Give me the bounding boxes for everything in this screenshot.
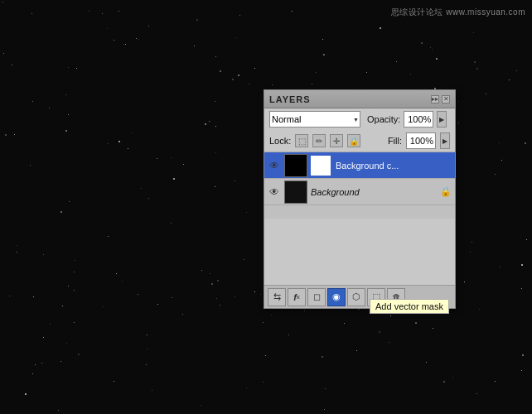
link-icon: ⇆ xyxy=(273,291,281,302)
fill-input[interactable] xyxy=(406,132,436,149)
layers-empty-area xyxy=(264,219,455,285)
blend-mode-wrapper: Normal xyxy=(269,111,360,128)
layer-row-bg-copy[interactable]: 👁 Background c... xyxy=(264,152,455,179)
fill-label: Fill: xyxy=(388,136,402,146)
watermark: 思综设计论坛 www.missyuan.com xyxy=(391,7,525,18)
panel-collapse-btn[interactable]: ▸▸ xyxy=(431,95,439,104)
lock-image-icon[interactable]: ✏ xyxy=(312,134,326,147)
create-adjustment-btn[interactable]: ⬡ xyxy=(347,288,365,306)
lock-position-icon[interactable]: ✛ xyxy=(330,134,343,147)
add-vector-mask-tooltip: Add vector mask xyxy=(370,299,449,314)
panel-title-controls: ▸▸ ✕ xyxy=(431,95,450,104)
panel-toolbar: ⇆ fx ◻ ◉ Add vector mask ⬡ ⬚ 🗑 xyxy=(264,285,455,308)
layer-name-bg-copy: Background c... xyxy=(336,161,452,171)
layer-thumb-bg-copy xyxy=(284,154,307,177)
fill-arrow-btn[interactable]: ▶ xyxy=(440,132,450,149)
lock-all-icon[interactable]: 🔒 xyxy=(347,134,360,147)
visibility-icon-bg[interactable]: 👁 xyxy=(268,185,281,199)
link-layers-btn[interactable]: ⇆ xyxy=(268,288,286,306)
lock-transparent-icon[interactable]: ⬚ xyxy=(295,134,308,147)
panel-close-btn[interactable]: ✕ xyxy=(442,95,450,104)
layer-name-bg: Background xyxy=(311,187,437,197)
layer-thumb-pair-bg-copy xyxy=(284,154,332,177)
layer-lock-icon-bg: 🔒 xyxy=(440,186,452,197)
layer-row-bg[interactable]: 👁 Background 🔒 xyxy=(264,179,455,205)
layers-list: 👁 Background c... 👁 Background 🔒 xyxy=(264,152,455,219)
layer-thumb-bg xyxy=(284,181,307,204)
add-pixel-mask-btn[interactable]: ◻ xyxy=(307,288,326,306)
blend-mode-select[interactable]: Normal xyxy=(269,111,360,128)
layer-mask-thumb-bg-copy xyxy=(309,154,332,177)
opacity-input[interactable] xyxy=(404,111,433,128)
vector-mask-icon: ◉ xyxy=(332,291,341,302)
add-vector-mask-btn[interactable]: ◉ Add vector mask xyxy=(327,288,346,306)
visibility-icon-bg-copy[interactable]: 👁 xyxy=(268,159,281,172)
pixel-mask-icon: ◻ xyxy=(313,291,321,302)
layers-panel: LAYERS ▸▸ ✕ Normal Opacity: ▶ Lock: ⬚ ✏ … xyxy=(264,89,456,309)
opacity-label: Opacity: xyxy=(367,114,400,124)
fx-btn[interactable]: fx xyxy=(288,288,306,306)
panel-title: LAYERS xyxy=(269,94,311,104)
opacity-arrow-btn[interactable]: ▶ xyxy=(437,111,447,128)
lock-row: Lock: ⬚ ✏ ✛ 🔒 Fill: ▶ xyxy=(264,130,455,152)
blend-mode-row: Normal Opacity: ▶ xyxy=(264,108,455,130)
lock-label: Lock: xyxy=(269,136,291,146)
adjustment-icon: ⬡ xyxy=(352,291,360,302)
panel-titlebar: LAYERS ▸▸ ✕ xyxy=(264,90,455,108)
